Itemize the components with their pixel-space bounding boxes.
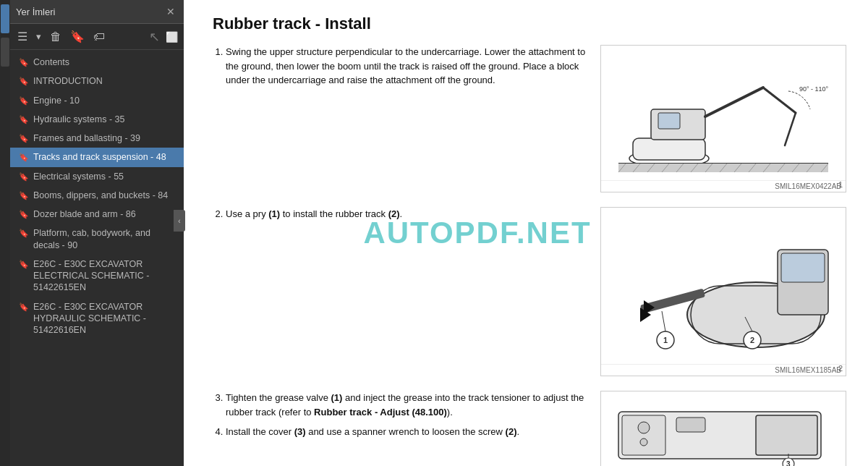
svg-line-35: [662, 311, 665, 331]
main-content: Rubber track - Install Swing the upper s…: [184, 0, 868, 466]
step-3-item: Tighten the grease valve (1) and inject …: [226, 391, 586, 419]
svg-text:1: 1: [663, 336, 668, 344]
svg-rect-41: [676, 418, 705, 432]
sidebar-header: Yer İmleri ✕: [10, 0, 184, 24]
svg-line-5: [705, 88, 763, 116]
sidebar-item-engine[interactable]: 🔖Engine - 10: [10, 91, 184, 110]
cover-svg: 3: [611, 397, 835, 466]
bookmark-icon-frames: 🔖: [19, 133, 29, 143]
step-4-item: Install the cover (3) and use a spanner …: [226, 425, 586, 439]
svg-rect-4: [658, 113, 680, 129]
sidebar-item-label-platform: Platform, cab, bodywork, and decals - 90: [33, 227, 178, 251]
sidebar-item-tracks[interactable]: 🔖Tracks and track suspension - 48: [10, 148, 184, 166]
figure-1-num: 1: [838, 180, 843, 189]
sidebar-item-label-contents: Contents: [33, 56, 178, 68]
step-4-bold-1: (3): [294, 426, 306, 437]
left-tab-strip: [0, 0, 10, 466]
sidebar-item-label-frames: Frames and ballasting - 39: [33, 132, 178, 144]
bookmark-icon-platform: 🔖: [19, 228, 29, 238]
toolbar-dropdown-icon[interactable]: ▾: [35, 30, 43, 43]
sidebar-item-label-engine: Engine - 10: [33, 95, 178, 106]
svg-rect-38: [622, 415, 665, 455]
svg-rect-34: [781, 253, 825, 282]
cursor-icon: ↖: [149, 29, 160, 45]
bookmark-icon-hydraulic-schema: 🔖: [19, 302, 29, 312]
sidebar-toolbar: ☰ ▾ 🗑 🔖 🏷 ↖ ⬜: [10, 24, 184, 50]
figure-2-num: 2: [838, 364, 843, 373]
bookmark-icon-engine: 🔖: [19, 96, 29, 106]
svg-line-7: [785, 113, 796, 145]
sidebar-item-hydraulic-schema[interactable]: 🔖E26C - E30C EXCAVATOR HYDRAULIC SCHEMAT…: [10, 297, 184, 340]
bookmark-icon-tracks: 🔖: [19, 152, 29, 162]
sidebar-item-platform[interactable]: 🔖Platform, cab, bodywork, and decals - 9…: [10, 224, 184, 255]
svg-text:3: 3: [786, 460, 791, 466]
step-1-text: Swing the upper structure perpendicular …: [213, 45, 586, 192]
figure-2-img: 1 2: [601, 208, 846, 364]
figure-1-caption: SMIL16MEX0422AB: [601, 180, 846, 192]
sidebar-item-label-introduction: INTRODUCTION: [33, 75, 178, 87]
step-2-text: Use a pry (1) to install the rubber trac…: [213, 207, 586, 376]
sidebar-nav: 🔖Contents🔖INTRODUCTION🔖Engine - 10🔖Hydra…: [10, 50, 184, 466]
sidebar-title: Yer İmleri: [16, 7, 55, 17]
tab-strip-item-2[interactable]: [1, 38, 9, 67]
tab-strip-bookmarks[interactable]: [1, 4, 9, 33]
step-3-link: Rubber track - Adjust (48.100): [314, 407, 447, 418]
sidebar-item-label-dozer: Dozer blade and arm - 86: [33, 208, 178, 220]
figure-2-box: 1 2 SMIL16MEX1185AB 2: [600, 207, 846, 376]
bookmark-icon-electrical-schema: 🔖: [19, 259, 29, 269]
bookmark-icon-booms: 🔖: [19, 190, 29, 200]
bookmark-icon-electrical: 🔖: [19, 171, 29, 182]
sidebar-item-electrical-schema[interactable]: 🔖E26C - E30C EXCAVATOR ELECTRICAL SCHEMA…: [10, 255, 184, 297]
sidebar-item-hydraulic[interactable]: 🔖Hydraulic systems - 35: [10, 110, 184, 129]
toolbar-menu-icon[interactable]: ☰: [16, 28, 29, 45]
toolbar-delete-icon[interactable]: 🗑: [48, 29, 63, 45]
step-2-bold-1: (1): [268, 208, 280, 219]
svg-text:2: 2: [750, 336, 754, 344]
section-step-2: Use a pry (1) to install the rubber trac…: [213, 207, 846, 376]
svg-line-6: [763, 88, 796, 113]
sidebar-collapse-button[interactable]: ‹: [174, 210, 185, 232]
step-2-bold-2: (2): [388, 208, 400, 219]
figure-3-img: 3: [601, 391, 846, 466]
cursor-box-icon: ⬜: [166, 31, 178, 43]
toolbar-bookmark-icon[interactable]: 🔖: [69, 28, 86, 45]
figure-1-box: 90° - 110°: [600, 45, 846, 192]
sidebar-item-booms[interactable]: 🔖Booms, dippers, and buckets - 84: [10, 186, 184, 205]
track-install-svg: 1 2: [611, 213, 835, 358]
sidebar-item-label-hydraulic-schema: E26C - E30C EXCAVATOR HYDRAULIC SCHEMATI…: [33, 301, 178, 336]
figure-2-caption: SMIL16MEX1185AB: [601, 364, 846, 376]
section-steps-3-4: Tighten the grease valve (1) and inject …: [213, 391, 846, 466]
section-step-1: Swing the upper structure perpendicular …: [213, 45, 846, 192]
sidebar: Yer İmleri ✕ ☰ ▾ 🗑 🔖 🏷 ↖ ⬜ 🔖Contents🔖INT…: [10, 0, 184, 466]
step-4-bold-2: (2): [506, 426, 517, 437]
svg-rect-42: [756, 415, 817, 455]
bookmark-icon-introduction: 🔖: [19, 76, 29, 86]
sidebar-item-label-tracks: Tracks and track suspension - 48: [33, 151, 178, 163]
figure-3-box: 3 SMIL16MEX... 3: [600, 391, 846, 466]
sidebar-item-contents[interactable]: 🔖Contents: [10, 53, 184, 72]
sidebar-item-label-electrical: Electrical systems - 55: [33, 171, 178, 182]
step-2-item: Use a pry (1) to install the rubber trac…: [226, 207, 586, 221]
sidebar-item-introduction[interactable]: 🔖INTRODUCTION: [10, 72, 184, 90]
svg-point-40: [640, 439, 647, 446]
step-3-bold-1: (1): [331, 392, 343, 403]
figure-1-img: 90° - 110°: [601, 46, 846, 180]
step-1-item: Swing the upper structure perpendicular …: [226, 45, 586, 88]
sidebar-item-label-booms: Booms, dippers, and buckets - 84: [33, 190, 178, 201]
svg-point-39: [638, 422, 650, 433]
excavator-svg: 90° - 110°: [611, 51, 835, 174]
bookmark-icon-dozer: 🔖: [19, 209, 29, 219]
angle-label: 90° - 110°: [799, 85, 829, 93]
sidebar-close-button[interactable]: ✕: [163, 4, 178, 19]
toolbar-tag-icon[interactable]: 🏷: [92, 29, 106, 45]
sidebar-item-frames[interactable]: 🔖Frames and ballasting - 39: [10, 129, 184, 148]
bookmark-icon-contents: 🔖: [19, 57, 29, 67]
sidebar-item-dozer[interactable]: 🔖Dozer blade and arm - 86: [10, 205, 184, 224]
sidebar-item-label-hydraulic: Hydraulic systems - 35: [33, 114, 178, 125]
steps-3-4-text: Tighten the grease valve (1) and inject …: [213, 391, 586, 466]
svg-rect-2: [633, 138, 705, 160]
sidebar-item-label-electrical-schema: E26C - E30C EXCAVATOR ELECTRICAL SCHEMAT…: [33, 258, 178, 294]
sidebar-item-electrical[interactable]: 🔖Electrical systems - 55: [10, 167, 184, 186]
doc-title: Rubber track - Install: [213, 14, 846, 33]
bookmark-icon-hydraulic: 🔖: [19, 114, 29, 124]
